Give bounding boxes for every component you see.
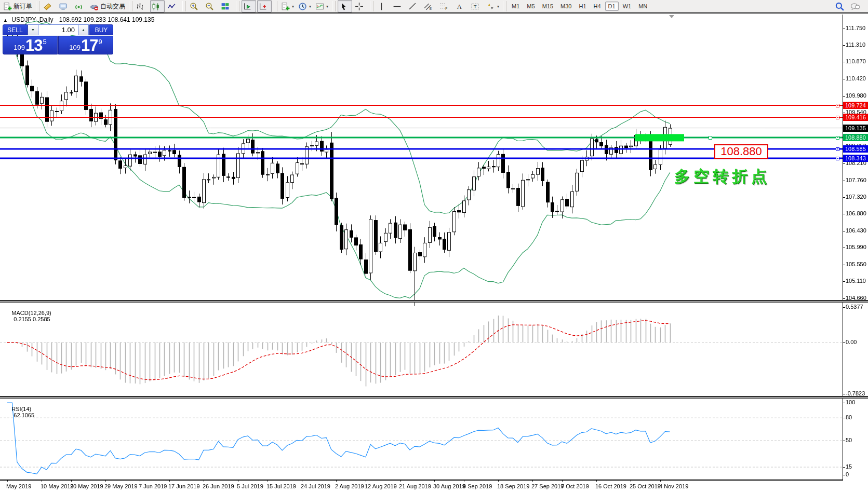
main-toolbar: 新订单自动交易▾▾▾EFAT▾M1M5M15M30H1H4D1W1MN	[0, 0, 868, 13]
cursor-button[interactable]	[338, 0, 352, 12]
symbol-period-label: USDJPY-,Daily	[11, 16, 53, 23]
search-icon	[835, 4, 845, 13]
vertical-line-icon	[377, 2, 386, 11]
zoom-out-icon	[205, 2, 214, 11]
pivot-note-text[interactable]: 多空转折点	[674, 166, 770, 187]
bar-chart-button[interactable]	[135, 0, 149, 12]
fibonacci-button[interactable]: F	[438, 0, 452, 12]
vertical-line-button[interactable]	[376, 0, 390, 12]
crosshair-button[interactable]	[353, 0, 368, 12]
equidistant-channel-button[interactable]: E	[422, 0, 437, 12]
ohlc-values: 108.692 109.233 108.641 109.135	[59, 16, 155, 23]
timeframe-w1-button[interactable]: W1	[620, 2, 635, 11]
price-axis-label: 107.320	[846, 194, 866, 200]
tile-windows-icon	[221, 2, 230, 11]
one-click-trading-panel: SELL ▼ 1.00 ▲ BUY 109 13 5 109 17 9	[3, 24, 113, 54]
text-button[interactable]: A	[453, 0, 468, 12]
svg-text:E: E	[430, 6, 432, 10]
buy-price-quote[interactable]: 109 17 9	[58, 36, 113, 54]
volume-input[interactable]: 1.00	[38, 24, 78, 35]
tile-windows-button[interactable]	[219, 0, 234, 12]
horizontal-line-button[interactable]	[391, 0, 406, 12]
trend-line-button[interactable]	[407, 0, 421, 12]
price-axis-label: 111.750	[846, 25, 865, 31]
new-chart-button[interactable]: ▾	[279, 0, 296, 12]
auto-scroll-button[interactable]	[242, 0, 256, 12]
mt4-window: 新订单自动交易▾▾▾EFAT▾M1M5M15M30H1H4D1W1MN ▲ US…	[0, 0, 868, 493]
macd-axis-tick	[843, 394, 845, 394]
time-axis-tick	[302, 480, 302, 482]
market-button[interactable]	[42, 0, 56, 12]
indicators-button[interactable]: ▾	[314, 0, 330, 12]
new-order-button[interactable]: 新订单	[2, 0, 34, 12]
macd-axis-tick	[843, 343, 845, 343]
time-axis-tick	[400, 480, 400, 482]
line-chart-button[interactable]	[166, 0, 180, 12]
volume-decrease-button[interactable]: ▼	[28, 24, 38, 35]
indicators-dropdown-icon[interactable]: ▾	[326, 4, 328, 9]
toolbar-separator	[182, 1, 186, 11]
arrows-dropdown-icon[interactable]: ▾	[497, 4, 499, 9]
rsi-pane-resize-handle[interactable]	[0, 396, 868, 399]
toolbar-group	[337, 0, 368, 13]
time-axis-tick	[105, 480, 106, 482]
timeframe-mn-button[interactable]: MN	[635, 2, 650, 11]
timeframe-m15-button[interactable]: M15	[539, 2, 556, 11]
price-axis-label: 110.870	[846, 58, 866, 64]
price-level-tag: 109.724	[843, 102, 868, 109]
signals-button[interactable]	[73, 0, 87, 12]
profiles-dropdown-icon[interactable]: ▾	[309, 4, 311, 9]
time-axis-tick	[336, 480, 337, 482]
bar-chart-icon	[136, 2, 145, 11]
svg-text:F: F	[445, 7, 447, 10]
rsi-title: RSI(14)	[11, 406, 31, 412]
price-axis-tick	[843, 298, 845, 299]
price-axis-tick	[843, 96, 845, 97]
candlestick-chart-button[interactable]	[150, 0, 165, 12]
time-axis-tick	[631, 480, 631, 482]
timeframe-d1-button[interactable]: D1	[605, 2, 619, 11]
chart-area[interactable]: ▲ USDJPY-,Daily 108.692 109.233 108.641 …	[0, 15, 868, 493]
sell-button[interactable]: SELL	[3, 24, 28, 35]
search-button[interactable]	[835, 2, 845, 12]
profiles-button[interactable]: ▾	[297, 0, 313, 12]
collapse-panel-icon[interactable]: ▲	[3, 18, 8, 23]
volume-increase-button[interactable]: ▲	[78, 24, 89, 35]
chart-shift-icon	[259, 2, 268, 11]
new-chart-icon	[281, 2, 290, 11]
timeframe-h1-button[interactable]: H1	[576, 2, 589, 11]
price-axis-label: 106.430	[846, 227, 866, 234]
time-axis-tick	[238, 480, 238, 482]
date-label: 15 Jul 2019	[266, 483, 296, 489]
text-label-button[interactable]: T	[469, 0, 484, 12]
rsi-indicator-label: RSI(14) 62.1065	[2, 400, 34, 424]
sell-price-quote[interactable]: 109 13 5	[3, 36, 58, 54]
price-chart-canvas[interactable]	[0, 15, 868, 493]
autotrade-button[interactable]: 自动交易	[88, 0, 127, 12]
timeframe-toolbar: M1M5M15M30H1H4D1W1MN	[508, 0, 651, 13]
rsi-axis-tick	[843, 441, 845, 441]
trend-line-icon	[408, 2, 417, 11]
rsi-axis-label: 15	[846, 463, 852, 470]
current-price-tag: 109.135	[843, 125, 868, 132]
terminal-button[interactable]	[57, 0, 72, 12]
chat-button[interactable]	[850, 2, 861, 12]
zoom-out-button[interactable]	[204, 0, 218, 12]
time-axis-tick	[204, 480, 204, 482]
zoom-in-button[interactable]	[188, 0, 203, 12]
macd-pane-resize-handle[interactable]	[0, 300, 868, 303]
toolbar-group	[241, 0, 272, 13]
price-axis-tick	[843, 163, 845, 164]
autotrade-icon	[90, 2, 99, 11]
price-axis-tick	[843, 231, 845, 231]
timeframe-h4-button[interactable]: H4	[591, 2, 604, 11]
rsi-axis-tick	[843, 475, 845, 475]
arrows-button[interactable]: ▾	[485, 0, 501, 12]
timeframe-m1-button[interactable]: M1	[509, 2, 523, 11]
buy-button[interactable]: BUY	[89, 24, 113, 35]
price-level-annotation[interactable]: 108.880	[714, 144, 768, 159]
new-chart-dropdown-icon[interactable]: ▾	[292, 4, 294, 9]
timeframe-m5-button[interactable]: M5	[524, 2, 538, 11]
chart-shift-button[interactable]	[257, 0, 272, 12]
timeframe-m30-button[interactable]: M30	[557, 2, 575, 11]
